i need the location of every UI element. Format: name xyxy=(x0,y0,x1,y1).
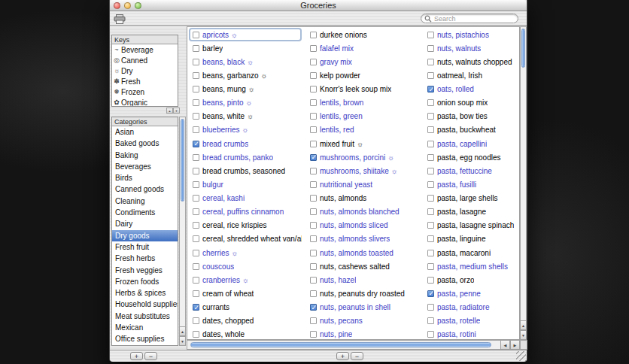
item-checkbox[interactable] xyxy=(193,32,199,38)
grocery-item[interactable]: currants xyxy=(189,301,302,314)
key-item-dry[interactable]: ☼Dry xyxy=(112,65,178,76)
grocery-item[interactable]: cream of wheat xyxy=(189,287,302,300)
grocery-item[interactable]: nuts, pecans xyxy=(306,314,419,328)
grocery-item[interactable]: cranberries ☼ xyxy=(189,273,302,287)
item-checkbox[interactable] xyxy=(310,317,317,324)
item-checkbox[interactable] xyxy=(427,250,434,256)
grocery-item[interactable]: cereal, puffins cinnamon xyxy=(189,205,302,219)
item-checkbox[interactable] xyxy=(310,208,317,215)
item-checkbox[interactable] xyxy=(427,113,434,120)
grocery-item[interactable]: nuts, cashews salted xyxy=(306,259,419,273)
grocery-item[interactable]: dates, chopped xyxy=(189,314,302,328)
grocery-item[interactable]: pasta, macaroni xyxy=(424,246,520,259)
grocery-item[interactable]: bread crumbs, seasoned xyxy=(189,164,302,177)
grocery-item[interactable]: pasta, rotini xyxy=(424,328,520,340)
category-item[interactable]: Paper & plastic xyxy=(112,345,178,346)
grocery-item[interactable]: onion soup mix xyxy=(424,96,520,110)
item-checkbox[interactable] xyxy=(310,304,317,311)
search-input[interactable] xyxy=(434,14,509,23)
remove-category-button[interactable]: − xyxy=(144,352,157,360)
grocery-item[interactable]: pasta, medium shells xyxy=(424,259,520,273)
item-checkbox[interactable] xyxy=(427,45,434,52)
grocery-item[interactable]: gravy mix xyxy=(306,55,419,68)
grocery-item[interactable]: cereal, shredded wheat van/alm xyxy=(189,232,302,246)
grocery-item[interactable]: barley xyxy=(189,41,302,55)
scroll-right-icon[interactable] xyxy=(510,340,520,350)
grocery-item[interactable]: cherries ☼ xyxy=(189,246,302,259)
search-field[interactable] xyxy=(421,14,518,23)
category-item[interactable]: Meat substitutes xyxy=(112,311,178,322)
grocery-item[interactable]: nuts, hazel xyxy=(306,273,419,287)
grocery-item[interactable]: pasta, large shells xyxy=(424,192,520,205)
grocery-item[interactable]: pasta, fettuccine xyxy=(424,164,520,177)
grocery-item[interactable]: cereal, rice krispies xyxy=(189,219,302,232)
grocery-item[interactable]: pasta, radiatore xyxy=(424,301,520,314)
grocery-item[interactable]: nuts, almonds blanched xyxy=(306,205,419,219)
item-checkbox[interactable] xyxy=(193,290,199,297)
item-checkbox[interactable] xyxy=(427,222,434,229)
item-checkbox[interactable] xyxy=(310,59,317,65)
scrollbar-thumb[interactable] xyxy=(521,29,525,68)
item-checkbox[interactable] xyxy=(427,304,434,311)
item-checkbox[interactable] xyxy=(310,181,317,188)
add-category-button[interactable]: + xyxy=(130,352,143,360)
item-checkbox[interactable] xyxy=(310,99,317,106)
category-item[interactable]: Dry goods xyxy=(112,230,178,241)
grocery-item[interactable]: nuts, almonds sliced xyxy=(306,219,419,232)
item-checkbox[interactable] xyxy=(310,331,317,338)
grocery-item[interactable]: beans, garbanzo ☼ xyxy=(189,68,302,82)
item-checkbox[interactable] xyxy=(310,195,317,202)
grocery-item[interactable]: oatmeal, Irish xyxy=(424,68,520,82)
item-checkbox[interactable] xyxy=(193,126,199,133)
category-item[interactable]: Asian xyxy=(112,126,178,138)
item-checkbox[interactable] xyxy=(193,277,199,284)
grocery-item[interactable]: nuts, walnuts chopped xyxy=(424,55,520,68)
grocery-item[interactable]: pasta, bow ties xyxy=(424,110,520,123)
item-checkbox[interactable] xyxy=(310,235,317,242)
grocery-item[interactable]: bulgur xyxy=(189,177,302,191)
grocery-item[interactable]: nuts, walnuts xyxy=(424,41,520,55)
category-item[interactable]: Fresh herbs xyxy=(112,253,178,264)
grocery-item[interactable]: beans, black ☼ xyxy=(189,55,302,68)
item-checkbox[interactable] xyxy=(193,154,199,161)
item-checkbox[interactable] xyxy=(193,59,199,65)
grocery-item[interactable]: blueberries ☼ xyxy=(189,123,302,137)
item-checkbox[interactable] xyxy=(310,168,317,174)
grocery-item[interactable]: beans, mung ☼ xyxy=(189,83,302,96)
item-checkbox[interactable] xyxy=(193,317,199,324)
item-checkbox[interactable] xyxy=(427,277,434,284)
grocery-item[interactable]: pasta, lasagne xyxy=(424,205,520,219)
item-checkbox[interactable] xyxy=(193,331,199,338)
item-checkbox[interactable] xyxy=(310,290,317,297)
item-checkbox[interactable] xyxy=(427,86,434,93)
item-checkbox[interactable] xyxy=(427,59,434,65)
item-checkbox[interactable] xyxy=(427,331,434,338)
category-item[interactable]: Canned goods xyxy=(112,184,178,195)
item-checkbox[interactable] xyxy=(310,277,317,284)
grocery-item[interactable]: bread crumbs xyxy=(189,137,302,150)
scroll-down-icon[interactable] xyxy=(520,330,527,340)
item-checkbox[interactable] xyxy=(310,32,317,38)
grocery-item[interactable]: nuts, peanuts dry roasted xyxy=(306,287,419,300)
grocery-item[interactable]: pasta, orzo xyxy=(424,273,520,287)
category-item[interactable]: Fresh fruit xyxy=(112,241,178,253)
resize-grip-icon[interactable] xyxy=(516,351,526,361)
grocery-item[interactable]: mixed fruit ☼ xyxy=(306,137,419,150)
item-checkbox[interactable] xyxy=(310,126,317,133)
grocery-item[interactable]: lentils, red xyxy=(306,123,419,137)
category-item[interactable]: Herbs & spices xyxy=(112,287,178,299)
key-item-frozen[interactable]: ❅Frozen xyxy=(112,86,178,97)
grocery-item[interactable]: nutritional yeast xyxy=(306,177,419,191)
item-checkbox[interactable] xyxy=(193,141,199,147)
item-checkbox[interactable] xyxy=(427,317,434,324)
item-checkbox[interactable] xyxy=(427,181,434,188)
category-item[interactable]: Office supplies xyxy=(112,333,178,344)
item-checkbox[interactable] xyxy=(427,126,434,133)
grocery-item[interactable]: beans, white ☼ xyxy=(189,110,302,123)
item-checkbox[interactable] xyxy=(193,99,199,106)
item-checkbox[interactable] xyxy=(427,154,434,161)
scroll-up-icon[interactable] xyxy=(166,108,173,114)
scroll-left-icon[interactable] xyxy=(500,340,510,350)
grocery-item[interactable]: mushrooms, porcini ☼ xyxy=(306,150,419,164)
grocery-item[interactable]: pasta, capellini xyxy=(424,137,520,150)
